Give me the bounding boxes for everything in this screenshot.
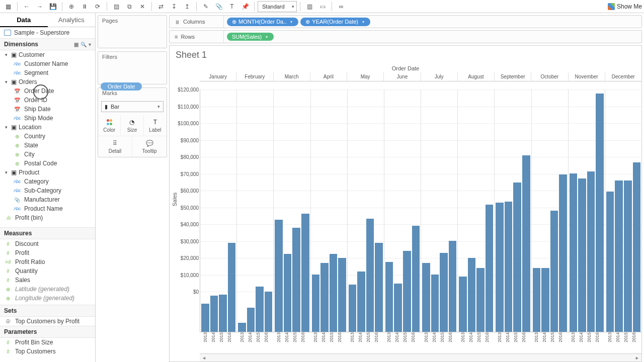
- filters-shelf[interactable]: Filters: [98, 51, 167, 84]
- highlight-icon[interactable]: ✎: [200, 1, 212, 12]
- mark-type-dropdown[interactable]: ▮Bar: [101, 101, 164, 112]
- field-discount[interactable]: #Discount: [0, 239, 95, 248]
- field-order-id[interactable]: 📅Order ID: [0, 96, 95, 105]
- show-me-button[interactable]: Show Me: [608, 3, 642, 10]
- bar[interactable]: [210, 296, 218, 332]
- bar[interactable]: [578, 178, 586, 332]
- bar[interactable]: [403, 251, 411, 332]
- bar[interactable]: [247, 308, 255, 332]
- field-manufacturer[interactable]: 📎Manufacturer: [0, 195, 95, 204]
- back-icon[interactable]: ←: [21, 1, 33, 12]
- text-icon[interactable]: T: [226, 1, 238, 12]
- field-segment[interactable]: AbcSegment: [0, 68, 95, 77]
- bar[interactable]: [615, 180, 623, 332]
- bar[interactable]: [201, 304, 209, 332]
- pill-year-order-date[interactable]: ⊕YEAR(Order Date): [300, 18, 370, 26]
- sheet-title[interactable]: Sheet 1: [170, 46, 641, 64]
- field-country[interactable]: ⊕Country: [0, 132, 95, 141]
- field-profit-ratio[interactable]: =#Profit Ratio: [0, 257, 95, 266]
- bar[interactable]: [375, 243, 383, 332]
- logo-icon[interactable]: ▦: [2, 1, 14, 12]
- bar[interactable]: [505, 202, 513, 332]
- field-state[interactable]: ⊕State: [0, 141, 95, 150]
- share-icon[interactable]: ∞: [335, 1, 347, 12]
- field-subcategory[interactable]: AbcSub-Category: [0, 186, 95, 195]
- pages-shelf[interactable]: Pages: [98, 15, 167, 48]
- bar[interactable]: [513, 183, 521, 332]
- bar[interactable]: [366, 219, 374, 332]
- field-ship-mode[interactable]: AbcShip Mode: [0, 114, 95, 123]
- presentation-icon[interactable]: ▭: [316, 1, 329, 12]
- bar[interactable]: [624, 180, 632, 332]
- bar[interactable]: [486, 205, 494, 332]
- bar[interactable]: [256, 287, 264, 332]
- columns-shelf[interactable]: ⫼Columns ⊕MONTH(Order Da.. ⊕YEAR(Order D…: [169, 15, 642, 28]
- bar[interactable]: [357, 272, 365, 332]
- param-top-customers[interactable]: #Top Customers: [0, 347, 95, 356]
- bar[interactable]: [522, 155, 530, 332]
- bar[interactable]: [468, 258, 476, 332]
- bar[interactable]: [228, 243, 236, 332]
- sort-desc-icon[interactable]: ↥: [181, 1, 193, 12]
- field-ship-date[interactable]: 📅Ship Date: [0, 105, 95, 114]
- bar[interactable]: [550, 211, 558, 332]
- marks-label-button[interactable]: TLabel: [144, 115, 167, 136]
- folder-product[interactable]: ▾▣Product: [0, 168, 95, 177]
- rows-shelf[interactable]: ≡Rows SUM(Sales): [169, 30, 642, 43]
- horizontal-scrollbar[interactable]: ◄►: [200, 353, 641, 361]
- forward-icon[interactable]: →: [34, 1, 46, 12]
- bar[interactable]: [633, 162, 641, 332]
- marks-tooltip-button[interactable]: 💬Tooltip: [132, 136, 167, 157]
- marks-size-button[interactable]: ◔Size: [121, 115, 143, 136]
- bar[interactable]: [559, 174, 567, 332]
- bar[interactable]: [431, 275, 439, 332]
- pin-icon[interactable]: 📌: [239, 1, 251, 12]
- field-profit[interactable]: #Profit: [0, 248, 95, 257]
- field-profit-bin[interactable]: .ılıProfit (bin): [0, 213, 95, 222]
- bar[interactable]: [330, 254, 338, 332]
- bar[interactable]: [275, 220, 283, 332]
- folder-orders[interactable]: ▾▣Orders: [0, 77, 95, 86]
- bar[interactable]: [265, 292, 273, 332]
- param-profit-bin-size[interactable]: #Profit Bin Size: [0, 338, 95, 347]
- pause-updates-icon[interactable]: ⏸: [78, 1, 91, 12]
- measures-list[interactable]: #Discount #Profit =#Profit Ratio #Quanti…: [0, 239, 95, 305]
- bar[interactable]: [320, 263, 329, 332]
- field-customer-name[interactable]: AbcCustomer Name: [0, 59, 95, 68]
- field-order-date[interactable]: 📅Order Date: [0, 86, 95, 96]
- bar[interactable]: [449, 241, 457, 332]
- find-icon[interactable]: 🔍: [80, 42, 87, 47]
- swap-icon[interactable]: ⇄: [155, 1, 167, 12]
- fit-dropdown[interactable]: Standard: [258, 1, 297, 12]
- field-top-customers-set[interactable]: ⦿Top Customers by Profit: [0, 317, 95, 326]
- new-datasource-icon[interactable]: ⊕: [65, 1, 77, 12]
- sort-asc-icon[interactable]: ↧: [168, 1, 180, 12]
- bar[interactable]: [292, 228, 300, 332]
- clear-icon[interactable]: ✕: [136, 1, 148, 12]
- bar[interactable]: [301, 214, 309, 332]
- bar[interactable]: [570, 173, 578, 332]
- bar[interactable]: [422, 263, 430, 332]
- bar[interactable]: [219, 295, 227, 332]
- field-category[interactable]: AbcCategory: [0, 177, 95, 186]
- marks-color-button[interactable]: Color: [98, 115, 121, 136]
- field-sales[interactable]: #Sales: [0, 276, 95, 285]
- menu-icon[interactable]: ▾: [89, 42, 91, 47]
- bar[interactable]: [412, 226, 420, 332]
- bar[interactable]: [349, 285, 357, 332]
- bar[interactable]: [385, 262, 393, 332]
- bar[interactable]: [476, 268, 485, 332]
- field-longitude[interactable]: ⊕Longitude (generated): [0, 294, 95, 303]
- pill-sum-sales[interactable]: SUM(Sales): [227, 33, 274, 41]
- bar[interactable]: [533, 268, 541, 332]
- bar[interactable]: [238, 323, 246, 332]
- bar[interactable]: [587, 171, 595, 332]
- bar[interactable]: [338, 258, 346, 332]
- bar[interactable]: [541, 268, 549, 332]
- field-city[interactable]: ⊕City: [0, 150, 95, 159]
- show-cards-icon[interactable]: ▥: [303, 1, 315, 12]
- folder-location[interactable]: ▾▣Location: [0, 123, 95, 132]
- bar[interactable]: [394, 284, 402, 332]
- field-postal[interactable]: ⊕Postal Code: [0, 159, 95, 168]
- bar[interactable]: [312, 275, 320, 332]
